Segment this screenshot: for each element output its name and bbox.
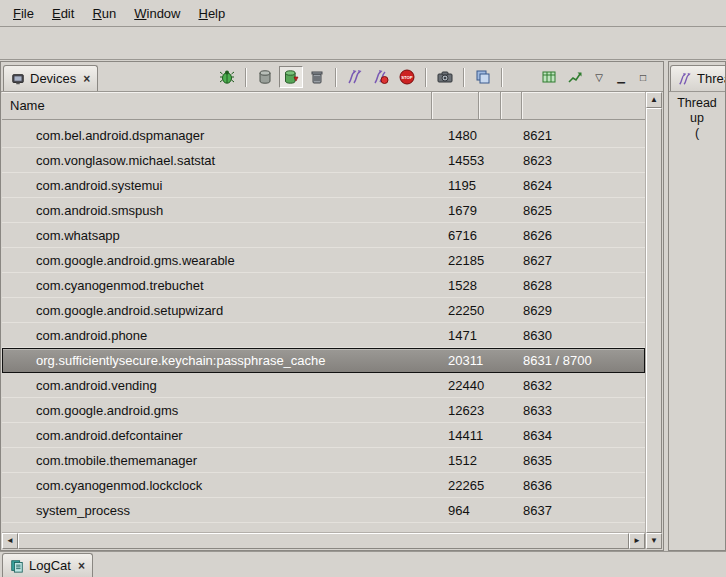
threads-icon	[347, 69, 363, 85]
table-row[interactable]: com.whatsapp 6716 8626	[2, 223, 645, 248]
column-header-empty[interactable]	[479, 92, 501, 119]
menu-help[interactable]: Help	[189, 2, 234, 25]
table-row[interactable]: system_process 964 8637	[2, 498, 645, 523]
tab-threads[interactable]: Threa	[670, 65, 726, 91]
column-header-port[interactable]	[522, 92, 645, 119]
vertical-scrollbar[interactable]: ▲ ▼	[645, 92, 662, 549]
method-profiling-button[interactable]	[369, 66, 393, 88]
threads-tab-bar: Threa	[669, 62, 725, 92]
update-heap-icon	[283, 69, 299, 85]
table-row[interactable]: com.android.vending 22440 8632	[2, 373, 645, 398]
toolbar-separator	[501, 68, 503, 87]
process-pid: 22440	[432, 378, 479, 393]
table-row[interactable]: com.google.android.gms.wearable 22185 86…	[2, 248, 645, 273]
process-name: system_process	[2, 503, 432, 518]
table-row[interactable]: com.cyanogenmod.lockclock 22265 8636	[2, 473, 645, 498]
process-name: com.google.android.gms.wearable	[2, 253, 432, 268]
scroll-up-icon[interactable]: ▲	[646, 92, 662, 108]
menu-window[interactable]: Window	[125, 2, 189, 25]
update-heap-button[interactable]	[279, 66, 303, 88]
minimize-icon[interactable]: ▁	[611, 68, 631, 86]
process-name: com.cyanogenmod.lockclock	[2, 478, 432, 493]
screen-capture-button[interactable]	[433, 66, 457, 88]
hierarchy-icon	[475, 69, 491, 85]
horizontal-scroll-track[interactable]	[18, 533, 629, 549]
horizontal-scroll-thumb[interactable]	[18, 533, 629, 549]
process-name: com.android.phone	[2, 328, 432, 343]
show-heap-updates-button[interactable]	[253, 66, 277, 88]
table-row[interactable]: com.android.smspush 1679 8625	[2, 198, 645, 223]
table-row[interactable]: com.vonglasow.michael.satstat 14553 8623	[2, 148, 645, 173]
table-row[interactable]: com.tmobile.thememanager 1512 8635	[2, 448, 645, 473]
process-pid: 1528	[432, 278, 479, 293]
toolbar-separator	[245, 68, 247, 87]
column-header-pid[interactable]	[432, 92, 479, 119]
scroll-right-icon[interactable]: ►	[629, 533, 645, 549]
table-row[interactable]: com.android.systemui 1195 8624	[2, 173, 645, 198]
table-row[interactable]: com.google.android.gms 12623 8633	[2, 398, 645, 423]
scroll-down-icon[interactable]: ▼	[646, 533, 662, 549]
tab-logcat[interactable]: LogCat ×	[2, 553, 93, 577]
table-row[interactable]: com.android.defcontainer 14411 8634	[2, 423, 645, 448]
process-name: com.whatsapp	[2, 228, 432, 243]
view-menu-icon[interactable]: ▽	[589, 68, 609, 86]
devices-tab-bar: Devices ×	[1, 62, 663, 92]
device-icon	[11, 72, 25, 86]
menu-run[interactable]: Run	[83, 2, 125, 25]
process-pid: 6716	[432, 228, 479, 243]
debug-process-button[interactable]	[215, 66, 239, 88]
vertical-scroll-track[interactable]	[646, 108, 662, 533]
opengl-trace-button[interactable]	[563, 66, 587, 88]
process-name: com.android.systemui	[2, 178, 432, 193]
process-port: 8630	[522, 328, 645, 343]
process-pid: 1471	[432, 328, 479, 343]
process-name: com.tmobile.thememanager	[2, 453, 432, 468]
camera-icon	[437, 69, 453, 85]
heap-cylinder-icon	[257, 69, 273, 85]
table-body: com.bel.android.dspmanager 1480 8621 com…	[2, 120, 645, 532]
maximize-icon[interactable]: □	[633, 68, 653, 86]
table-row[interactable]: com.android.phone 1471 8630	[2, 323, 645, 348]
menu-edit[interactable]: Edit	[43, 2, 83, 25]
process-port: 8621	[522, 128, 645, 143]
trash-icon	[309, 69, 325, 85]
vertical-scroll-thumb[interactable]	[646, 108, 662, 533]
cause-gc-button[interactable]	[305, 66, 329, 88]
view-hierarchy-button[interactable]	[471, 66, 495, 88]
process-table: Name com.bel.android.dspmanager 1480 862…	[2, 92, 662, 549]
menu-file[interactable]: File	[4, 2, 43, 25]
green-table-icon	[541, 69, 557, 85]
process-pid: 22250	[432, 303, 479, 318]
process-pid: 14553	[432, 153, 479, 168]
process-pid: 964	[432, 503, 479, 518]
method-profiling-icon	[373, 69, 389, 85]
process-name: com.google.android.setupwizard	[2, 303, 432, 318]
close-icon[interactable]: ×	[81, 72, 90, 86]
tab-devices[interactable]: Devices ×	[3, 65, 98, 91]
column-header-name[interactable]: Name	[2, 92, 432, 119]
update-threads-button[interactable]	[343, 66, 367, 88]
process-port: 8627	[522, 253, 645, 268]
process-port: 8629	[522, 303, 645, 318]
sysinfo-button[interactable]	[537, 66, 561, 88]
process-name: com.vonglasow.michael.satstat	[2, 153, 432, 168]
toolbar-separator	[335, 68, 337, 87]
table-row[interactable]: com.google.android.setupwizard 22250 862…	[2, 298, 645, 323]
tab-logcat-label: LogCat	[29, 558, 71, 573]
process-pid: 14411	[432, 428, 479, 443]
table-row[interactable]: com.cyanogenmod.trebuchet 1528 8628	[2, 273, 645, 298]
debug-bug-icon	[219, 69, 235, 85]
threads-view: Threa Thread up (	[668, 61, 726, 551]
horizontal-scrollbar[interactable]: ◄ ►	[2, 532, 645, 549]
column-header-empty[interactable]	[501, 92, 522, 119]
scroll-left-icon[interactable]: ◄	[2, 533, 18, 549]
close-icon[interactable]: ×	[76, 559, 85, 573]
table-row[interactable]: com.bel.android.dspmanager 1480 8621	[2, 123, 645, 148]
threads-tab-icon	[678, 72, 692, 86]
table-row-selected[interactable]: org.sufficientlysecure.keychain:passphra…	[2, 348, 645, 373]
process-port: 8631 / 8700	[522, 353, 645, 368]
stop-process-button[interactable]: STOP	[395, 66, 419, 88]
devices-view: Devices ×	[0, 61, 664, 551]
process-name: com.bel.android.dspmanager	[2, 128, 432, 143]
process-port: 8634	[522, 428, 645, 443]
